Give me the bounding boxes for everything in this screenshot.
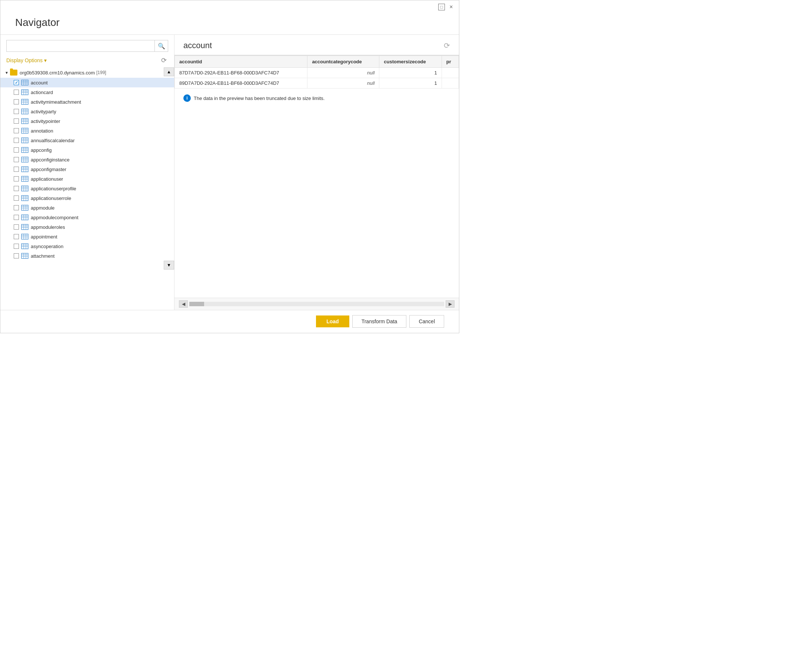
tree-item[interactable]: applicationuserprofile	[0, 184, 174, 193]
checkbox[interactable]	[14, 215, 19, 220]
table-icon	[21, 195, 29, 201]
tree-item[interactable]: account	[0, 78, 174, 87]
truncated-message: The data in the preview has been truncat…	[194, 96, 325, 101]
svg-rect-90	[21, 253, 28, 258]
checkbox[interactable]	[14, 138, 19, 143]
chevron-down-icon: ▾	[44, 57, 47, 63]
table-icon	[21, 166, 29, 172]
table-cell: null	[307, 78, 379, 88]
hscroll-left-button[interactable]: ◀	[179, 300, 188, 308]
checkbox[interactable]	[14, 119, 19, 124]
search-input[interactable]	[6, 40, 155, 52]
page-title: Navigator	[0, 14, 459, 34]
table-icon	[21, 89, 29, 95]
display-options-button[interactable]: Display Options ▾	[6, 57, 47, 63]
tree-item[interactable]: annualfiscalcalendar	[0, 136, 174, 145]
tree-item-label: appointment	[31, 234, 57, 239]
preview-title: account	[183, 41, 212, 50]
checkbox[interactable]	[14, 99, 19, 104]
svg-rect-80	[21, 234, 28, 239]
checkbox[interactable]	[14, 167, 19, 172]
tree-item-label: activitymimeattachment	[31, 99, 81, 105]
tree-item[interactable]: applicationuserrole	[0, 193, 174, 203]
checkbox[interactable]	[14, 109, 19, 114]
svg-rect-5	[21, 90, 28, 95]
svg-rect-85	[21, 244, 28, 249]
tree-item[interactable]: appmodule	[0, 203, 174, 212]
table-cell: 1	[379, 68, 441, 78]
preview-table-area[interactable]: accountidaccountcategorycodecustomersize…	[174, 56, 459, 298]
transform-data-button[interactable]: Transform Data	[352, 315, 407, 328]
tree-item[interactable]: appmodulecomponent	[0, 212, 174, 222]
svg-rect-60	[21, 195, 28, 201]
scroll-up-button[interactable]: ▲	[164, 67, 174, 76]
table-cell	[441, 68, 459, 78]
table-cell: 1	[379, 78, 441, 88]
preview-refresh-icon[interactable]: ⟳	[444, 41, 450, 50]
tree-item-label: annotation	[31, 128, 53, 134]
table-cell	[441, 78, 459, 88]
checkbox[interactable]	[14, 90, 19, 95]
checkbox[interactable]	[14, 224, 19, 230]
checkbox[interactable]	[14, 80, 19, 85]
svg-rect-30	[21, 138, 28, 143]
tree-item-label: appconfig	[31, 147, 52, 153]
tree-item-label: attachment	[31, 253, 55, 259]
checkbox[interactable]	[14, 176, 19, 181]
tree-item[interactable]: actioncard	[0, 87, 174, 97]
hscroll-right-button[interactable]: ▶	[446, 300, 455, 308]
collapse-triangle: ▼	[5, 71, 9, 75]
close-button[interactable]: ×	[448, 4, 455, 11]
tree-item[interactable]: attachment	[0, 251, 174, 261]
tree-item-label: actioncard	[31, 90, 53, 95]
tree-item-label: appmodule	[31, 205, 55, 211]
scroll-down-button[interactable]: ▼	[164, 261, 174, 270]
table-cell: null	[307, 68, 379, 78]
tree-item[interactable]: asyncoperation	[0, 241, 174, 251]
tree-item[interactable]: activitymimeattachment	[0, 97, 174, 107]
hscroll-track[interactable]	[189, 302, 444, 306]
tree-item[interactable]: activityparty	[0, 107, 174, 116]
checkbox[interactable]	[14, 195, 19, 201]
tree-item[interactable]: annotation	[0, 126, 174, 136]
tree-area[interactable]: ▲ ▼ org0b539308.crm10.dynamics.com [199]…	[0, 67, 174, 310]
tree-item[interactable]: activitypointer	[0, 116, 174, 126]
tree-item-label: asyncoperation	[31, 244, 63, 249]
cancel-button[interactable]: Cancel	[409, 315, 444, 328]
svg-rect-15	[21, 109, 28, 114]
load-button[interactable]: Load	[316, 316, 349, 327]
tree-item[interactable]: appointment	[0, 232, 174, 241]
checkbox[interactable]	[14, 157, 19, 162]
tree-item[interactable]: appconfig	[0, 145, 174, 155]
checkbox[interactable]	[14, 128, 19, 133]
tree-item-label: applicationuserrole	[31, 195, 71, 201]
checkbox[interactable]	[14, 253, 19, 258]
checkbox[interactable]	[14, 205, 19, 210]
table-header: pr	[441, 56, 459, 68]
tree-item[interactable]: applicationuser	[0, 174, 174, 184]
main-layout: 🔍 Display Options ▾ ⟳ ▲ ▼ org0b539	[0, 34, 459, 310]
checkbox[interactable]	[14, 147, 19, 152]
refresh-icon[interactable]: ⟳	[161, 56, 167, 64]
checkbox[interactable]	[14, 186, 19, 191]
bottom-bar: Load Transform Data Cancel	[0, 310, 459, 332]
org-label: org0b539308.crm10.dynamics.com	[20, 70, 95, 76]
table-header: customersizecode	[379, 56, 441, 68]
table-icon	[21, 253, 29, 259]
tree-item[interactable]: appconfigmaster	[0, 165, 174, 174]
table-icon	[21, 176, 29, 182]
search-button[interactable]: 🔍	[155, 40, 168, 52]
checkbox[interactable]	[14, 234, 19, 239]
hscroll-thumb[interactable]	[189, 302, 204, 306]
minimize-button[interactable]: □	[438, 4, 445, 11]
checkbox[interactable]	[14, 244, 19, 249]
tree-item[interactable]: appmoduleroles	[0, 222, 174, 232]
tree-item-label: account	[31, 80, 48, 85]
svg-rect-65	[21, 205, 28, 210]
preview-table: accountidaccountcategorycodecustomersize…	[174, 56, 459, 88]
org-node[interactable]: ▼ org0b539308.crm10.dynamics.com [199]	[0, 67, 174, 78]
tree-item[interactable]: appconfiginstance	[0, 155, 174, 165]
svg-rect-70	[21, 215, 28, 220]
info-icon: i	[183, 95, 191, 102]
table-header: accountid	[175, 56, 307, 68]
